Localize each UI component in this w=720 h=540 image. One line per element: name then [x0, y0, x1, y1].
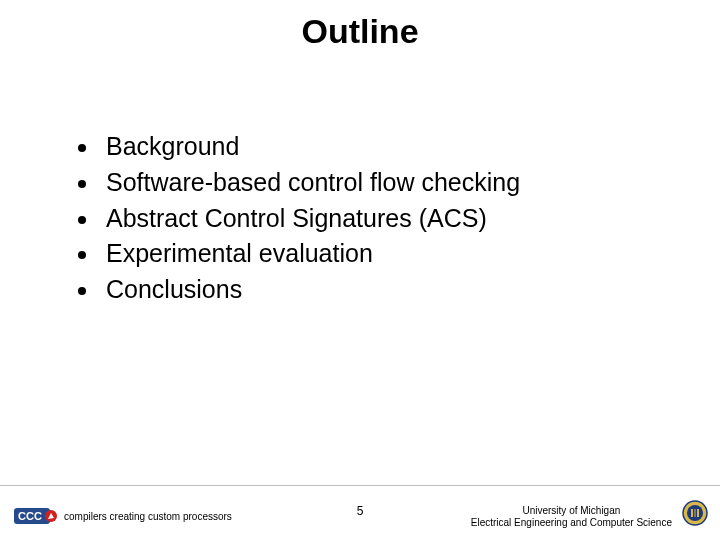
slide-footer: CCC compilers creating custom processors…	[0, 486, 720, 540]
slide: Outline Background Software-based contro…	[0, 0, 720, 540]
svg-text:CCC: CCC	[18, 510, 42, 522]
slide-title: Outline	[0, 12, 720, 51]
ccc-logo-icon: CCC	[14, 504, 58, 528]
list-item: Abstract Control Signatures (ACS)	[100, 202, 680, 236]
logo-tagline: compilers creating custom processors	[64, 511, 232, 522]
outline-list: Background Software-based control flow c…	[70, 130, 680, 309]
list-item: Experimental evaluation	[100, 237, 680, 271]
ccc-logo: CCC compilers creating custom processors	[14, 504, 232, 528]
page-number: 5	[357, 504, 364, 518]
university-seal-icon	[682, 500, 708, 526]
svg-rect-7	[696, 509, 698, 517]
list-item: Conclusions	[100, 273, 680, 307]
list-item: Software-based control flow checking	[100, 166, 680, 200]
svg-rect-5	[691, 509, 699, 517]
affiliation-line1: University of Michigan	[471, 505, 672, 517]
affiliation: University of Michigan Electrical Engine…	[471, 505, 672, 528]
svg-rect-6	[693, 509, 695, 517]
affiliation-line2: Electrical Engineering and Computer Scie…	[471, 517, 672, 529]
list-item: Background	[100, 130, 680, 164]
